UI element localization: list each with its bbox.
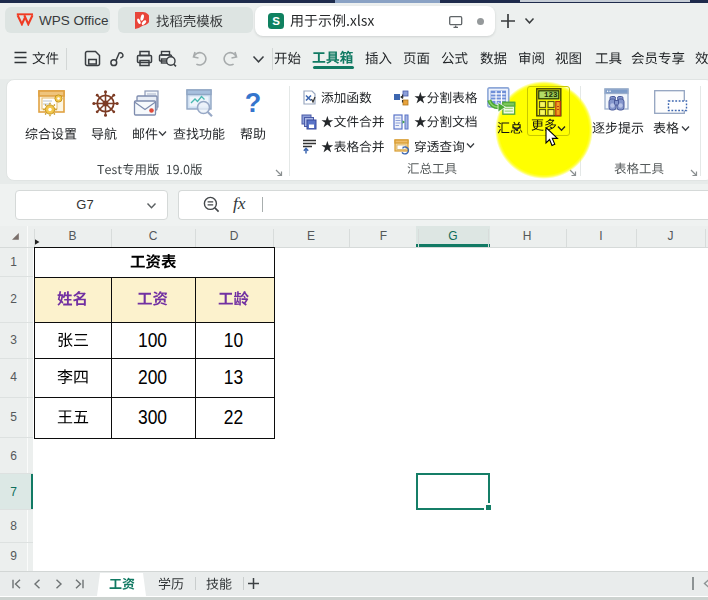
svg-text:123: 123 — [544, 91, 558, 99]
